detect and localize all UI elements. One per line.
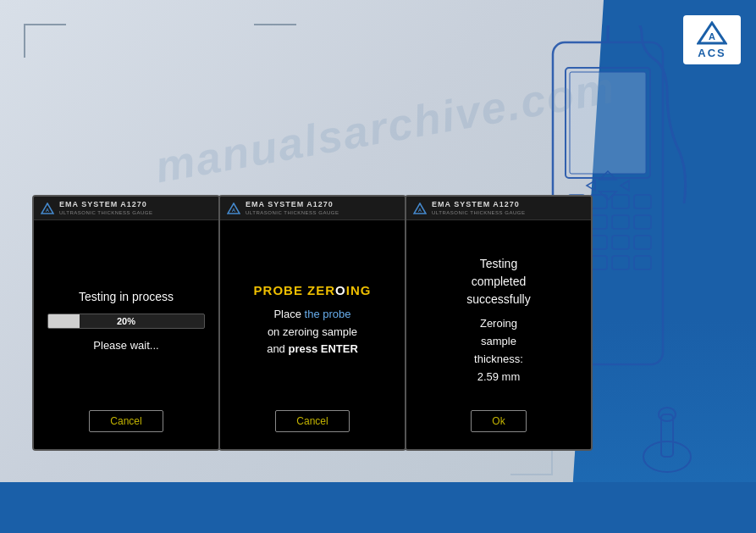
- screen2-body: PROBE ZEROING Place the probe on zeroing…: [220, 220, 405, 449]
- corner-bracket-tl: [24, 24, 66, 58]
- zeroing-info: Zeroing sample thickness: 2.59 mm: [474, 315, 523, 386]
- screen1-content: Testing in process 20% Please wait...: [47, 237, 205, 403]
- probe-zeroing-title: PROBE ZEROING: [254, 283, 372, 297]
- thickness-label: thickness:: [474, 353, 523, 365]
- screen1-cancel-button[interactable]: Cancel: [89, 410, 163, 432]
- progress-bar-track: 20%: [47, 314, 205, 329]
- svg-marker-25: [621, 180, 629, 191]
- screen2-cancel-button[interactable]: Cancel: [275, 410, 349, 432]
- screen3-content: Testing completed successfully Zeroing s…: [420, 237, 577, 403]
- probe-instr-line1: Place: [273, 308, 304, 320]
- screen2-header-text: EMA SYSTEM A1270 ULTRASONIC THICKNESS GA…: [246, 200, 339, 216]
- probe-illustration: [629, 397, 705, 474]
- header-brand-icon-2: A: [227, 203, 240, 214]
- screen-zeroing: A EMA SYSTEM A1270 ULTRASONIC THICKNESS …: [218, 195, 406, 451]
- screen1-body: Testing in process 20% Please wait... Ca…: [34, 220, 218, 449]
- progress-bar-container: 20%: [47, 314, 205, 329]
- svg-text:A: A: [418, 208, 422, 213]
- svg-text:A: A: [232, 208, 236, 213]
- acs-logo-icon: A: [697, 21, 727, 45]
- svg-rect-8: [634, 195, 651, 208]
- probe-title-yellow: PROBE ZER: [254, 283, 336, 297]
- svg-rect-10: [590, 215, 607, 229]
- acs-logo: A ACS: [683, 15, 741, 64]
- completed-title: Testing completed successfully: [466, 255, 530, 308]
- please-wait-text: Please wait...: [93, 339, 158, 352]
- probe-instruction: Place the probe on zeroing sample and pr…: [267, 306, 358, 358]
- blue-bottom: [0, 482, 756, 533]
- screen2-header: A EMA SYSTEM A1270 ULTRASONIC THICKNESS …: [220, 197, 405, 220]
- svg-rect-15: [612, 236, 629, 249]
- svg-rect-14: [590, 236, 607, 249]
- svg-rect-19: [612, 256, 629, 269]
- svg-marker-23: [599, 192, 616, 200]
- zeroing-label: Zeroing: [480, 317, 517, 330]
- probe-instr-line3: and: [267, 342, 288, 355]
- screens-container: A EMA SYSTEM A1270 ULTRASONIC THICKNESS …: [32, 195, 593, 451]
- svg-marker-24: [587, 180, 595, 191]
- header-brand-icon: A: [41, 203, 54, 214]
- thickness-value: 2.59 mm: [477, 370, 521, 383]
- svg-rect-7: [612, 195, 629, 208]
- screen3-body: Testing completed successfully Zeroing s…: [406, 220, 591, 449]
- screen3-ok-button[interactable]: Ok: [471, 410, 526, 432]
- probe-instr-blue1: the probe: [305, 308, 351, 320]
- screen2-content: PROBE ZEROING Place the probe on zeroing…: [234, 237, 391, 403]
- svg-rect-4: [570, 72, 646, 174]
- screen1-header-text: EMA SYSTEM A1270 ULTRASONIC THICKNESS GA…: [59, 200, 152, 216]
- acs-logo-text: ACS: [698, 47, 726, 59]
- sample-label: sample: [481, 335, 516, 347]
- progress-label: 20%: [117, 316, 135, 326]
- screen-testing: A EMA SYSTEM A1270 ULTRASONIC THICKNESS …: [32, 195, 220, 451]
- probe-instr-line2: on zeroing sample: [268, 325, 357, 338]
- svg-rect-18: [590, 256, 607, 269]
- svg-rect-16: [634, 236, 651, 249]
- svg-rect-12: [634, 215, 651, 229]
- svg-text:A: A: [46, 208, 50, 213]
- probe-instr-bold: press ENTER: [288, 342, 357, 355]
- screen3-header-text: EMA SYSTEM A1270 ULTRASONIC THICKNESS GA…: [432, 200, 525, 216]
- screen-completed: A EMA SYSTEM A1270 ULTRASONIC THICKNESS …: [405, 195, 593, 451]
- completed-line1: Testing: [480, 257, 517, 270]
- probe-title-yellow2: ING: [346, 283, 372, 297]
- svg-rect-11: [612, 215, 629, 229]
- screen1-header: A EMA SYSTEM A1270 ULTRASONIC THICKNESS …: [34, 197, 218, 220]
- testing-title: Testing in process: [79, 290, 174, 303]
- header-brand-icon-3: A: [413, 203, 427, 214]
- probe-title-white: O: [335, 283, 346, 297]
- corner-bracket-tr: [254, 24, 296, 32]
- svg-text:A: A: [709, 31, 715, 42]
- screen3-header: A EMA SYSTEM A1270 ULTRASONIC THICKNESS …: [406, 197, 591, 220]
- completed-line3: successfully: [466, 292, 530, 306]
- progress-bar-fill: [48, 314, 80, 328]
- completed-line2: completed: [472, 275, 527, 288]
- svg-rect-20: [634, 256, 651, 269]
